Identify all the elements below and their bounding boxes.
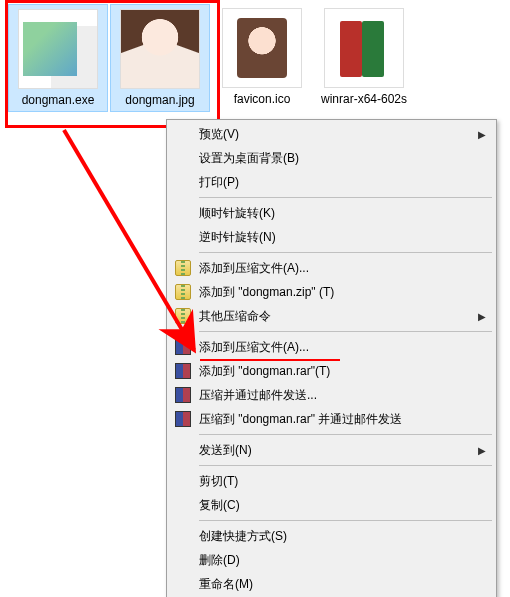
menu-item-label: 打印(P) <box>199 174 239 191</box>
context-menu[interactable]: 预览(V)▶设置为桌面背景(B)打印(P)顺时针旋转(K)逆时针旋转(N)添加到… <box>166 119 497 597</box>
file-item-3[interactable]: winrar-x64-602s <box>314 4 414 112</box>
file-item-0[interactable]: dongman.exe <box>8 4 108 112</box>
menu-item-label: 设置为桌面背景(B) <box>199 150 299 167</box>
file-label: dongman.jpg <box>113 93 207 107</box>
menu-item-2[interactable]: 打印(P) <box>169 170 494 194</box>
menu-item-label: 顺时针旋转(K) <box>199 205 275 222</box>
menu-item-14[interactable]: 压缩到 "dongman.rar" 并通过邮件发送 <box>169 407 494 431</box>
menu-item-label: 逆时针旋转(N) <box>199 229 276 246</box>
menu-item-label: 发送到(N) <box>199 442 252 459</box>
menu-item-label: 预览(V) <box>199 126 239 143</box>
menu-item-21[interactable]: 创建快捷方式(S) <box>169 524 494 548</box>
rar-icon <box>173 385 193 405</box>
file-thumbnail <box>324 8 404 88</box>
menu-item-label: 重命名(M) <box>199 576 253 593</box>
menu-item-label: 添加到压缩文件(A)... <box>199 260 309 277</box>
file-label: dongman.exe <box>11 93 105 107</box>
menu-item-label: 压缩并通过邮件发送... <box>199 387 317 404</box>
zip-icon <box>173 306 193 326</box>
zip-icon <box>173 258 193 278</box>
zip-icon <box>173 282 193 302</box>
rar-icon <box>173 361 193 381</box>
menu-separator <box>199 252 492 253</box>
menu-item-label: 复制(C) <box>199 497 240 514</box>
menu-item-0[interactable]: 预览(V)▶ <box>169 122 494 146</box>
menu-item-11[interactable]: 添加到压缩文件(A)... <box>169 335 494 359</box>
menu-separator <box>199 465 492 466</box>
menu-item-7[interactable]: 添加到压缩文件(A)... <box>169 256 494 280</box>
menu-item-label: 创建快捷方式(S) <box>199 528 287 545</box>
menu-item-12[interactable]: 添加到 "dongman.rar"(T) <box>169 359 494 383</box>
file-label: winrar-x64-602s <box>316 92 412 106</box>
menu-item-16[interactable]: 发送到(N)▶ <box>169 438 494 462</box>
chevron-right-icon: ▶ <box>478 311 486 322</box>
menu-item-22[interactable]: 删除(D) <box>169 548 494 572</box>
file-grid: dongman.exedongman.jpgfavicon.icowinrar-… <box>0 0 510 116</box>
menu-item-4[interactable]: 顺时针旋转(K) <box>169 201 494 225</box>
menu-item-9[interactable]: 其他压缩命令▶ <box>169 304 494 328</box>
menu-item-5[interactable]: 逆时针旋转(N) <box>169 225 494 249</box>
file-thumbnail <box>120 9 200 89</box>
menu-item-13[interactable]: 压缩并通过邮件发送... <box>169 383 494 407</box>
menu-item-label: 添加到 "dongman.zip" (T) <box>199 284 334 301</box>
menu-item-label: 压缩到 "dongman.rar" 并通过邮件发送 <box>199 411 402 428</box>
menu-item-19[interactable]: 复制(C) <box>169 493 494 517</box>
menu-item-label: 添加到 "dongman.rar"(T) <box>199 363 330 380</box>
menu-separator <box>199 197 492 198</box>
menu-separator <box>199 520 492 521</box>
file-label: favicon.ico <box>214 92 310 106</box>
file-item-2[interactable]: favicon.ico <box>212 4 312 112</box>
menu-item-label: 其他压缩命令 <box>199 308 271 325</box>
menu-item-label: 删除(D) <box>199 552 240 569</box>
menu-item-label: 剪切(T) <box>199 473 238 490</box>
rar-icon <box>173 409 193 429</box>
menu-item-1[interactable]: 设置为桌面背景(B) <box>169 146 494 170</box>
chevron-right-icon: ▶ <box>478 129 486 140</box>
file-item-1[interactable]: dongman.jpg <box>110 4 210 112</box>
menu-item-18[interactable]: 剪切(T) <box>169 469 494 493</box>
file-thumbnail <box>222 8 302 88</box>
menu-item-23[interactable]: 重命名(M) <box>169 572 494 596</box>
rar-icon <box>173 337 193 357</box>
menu-separator <box>199 434 492 435</box>
file-thumbnail <box>18 9 98 89</box>
chevron-right-icon: ▶ <box>478 445 486 456</box>
menu-item-label: 添加到压缩文件(A)... <box>199 339 309 356</box>
menu-item-8[interactable]: 添加到 "dongman.zip" (T) <box>169 280 494 304</box>
menu-separator <box>199 331 492 332</box>
